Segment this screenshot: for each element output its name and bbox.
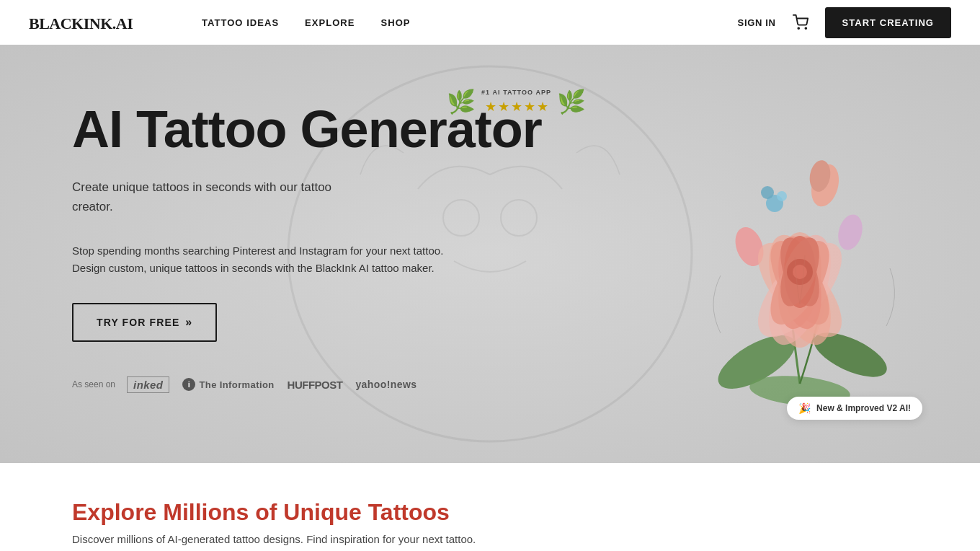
rating-wreath: 🌿 #1 AI TATTOO APP ★ ★ ★ ★ ★ 🌿 [447, 88, 586, 115]
svg-point-12 [761, 186, 774, 199]
hero-flower-image [663, 59, 937, 434]
bottom-title: Explore Millions of Unique Tattoos [72, 499, 908, 526]
nav-links: TATTOO IDEAS EXPLORE SHOP [202, 16, 411, 29]
star-1: ★ [485, 99, 496, 115]
svg-point-1 [798, 27, 799, 29]
hero-subtitle-line1: Create unique tattoos in seconds with ou… [72, 180, 331, 194]
logo-svg: BLACKINK.AI [29, 9, 173, 35]
start-creating-button[interactable]: START CREATING [825, 7, 951, 38]
rating-stars: ★ ★ ★ ★ ★ [485, 99, 548, 115]
try-for-free-button[interactable]: TRY FOR FREE » [72, 303, 217, 342]
nav-item-shop[interactable]: SHOP [381, 16, 411, 29]
new-improved-badge: 🎉 New & Improved V2 AI! [787, 397, 922, 420]
chevrons-icon: » [185, 316, 192, 329]
press-logo-huffpost: HUFFPOST [288, 379, 343, 391]
badge-emoji: 🎉 [798, 402, 811, 414]
sign-in-link[interactable]: SIGN IN [738, 17, 776, 28]
flower-svg [663, 59, 937, 434]
hero-subtitle: Create unique tattoos in seconds with ou… [72, 177, 504, 216]
press-logos: inked i The Information HUFFPOST yahoo!n… [127, 376, 416, 393]
svg-point-10 [834, 212, 866, 253]
svg-point-27 [793, 265, 807, 279]
nav-right: SIGN IN START CREATING [738, 7, 951, 38]
rating-center: #1 AI TATTOO APP ★ ★ ★ ★ ★ [481, 89, 551, 115]
hero-description: Stop spending months searching Pinterest… [72, 242, 504, 277]
rating-badge: 🌿 #1 AI TATTOO APP ★ ★ ★ ★ ★ 🌿 [447, 88, 586, 115]
star-4: ★ [524, 99, 535, 115]
bottom-section: Explore Millions of Unique Tattoos Disco… [0, 463, 980, 551]
rating-rank-label: #1 AI TATTOO APP [481, 89, 551, 96]
wreath-right: 🌿 [557, 88, 586, 115]
svg-point-13 [777, 191, 787, 201]
info-circle: i [182, 378, 195, 391]
svg-point-2 [805, 27, 806, 29]
svg-text:BLACKINK.AI: BLACKINK.AI [29, 14, 133, 32]
cart-button[interactable] [790, 12, 811, 32]
new-badge-text: New & Improved V2 AI! [816, 403, 911, 413]
star-3: ★ [511, 99, 522, 115]
as-seen-on: As seen on inked i The Information HUFFP… [72, 376, 542, 393]
star-2: ★ [498, 99, 509, 115]
press-logo-information: i The Information [182, 378, 274, 391]
press-logo-yahoo: yahoo!news [355, 379, 416, 390]
try-free-label: TRY FOR FREE [97, 317, 179, 328]
cart-icon [793, 14, 808, 30]
explore-link[interactable]: EXPLORE [305, 17, 355, 28]
wreath-left: 🌿 [447, 88, 476, 115]
nav-item-tattoo-ideas[interactable]: TATTOO IDEAS [202, 16, 279, 29]
hero-content: AI Tattoo Generator Create unique tattoo… [72, 88, 542, 393]
hero-section: AI Tattoo Generator Create unique tattoo… [0, 45, 980, 463]
nav-item-explore[interactable]: EXPLORE [305, 16, 355, 29]
logo[interactable]: BLACKINK.AI [29, 9, 173, 35]
tattoo-ideas-link[interactable]: TATTOO IDEAS [202, 17, 279, 28]
hero-subtitle-line2: creator. [72, 200, 113, 213]
bottom-subtitle: Discover millions of AI-generated tattoo… [72, 533, 908, 545]
press-logo-inked: inked [127, 376, 169, 393]
shop-link[interactable]: SHOP [381, 17, 411, 28]
star-5: ★ [537, 99, 548, 115]
main-nav: BLACKINK.AI TATTOO IDEAS EXPLORE SHOP SI… [0, 0, 980, 45]
nav-left: BLACKINK.AI TATTOO IDEAS EXPLORE SHOP [29, 9, 411, 35]
as-seen-label: As seen on [72, 379, 115, 389]
